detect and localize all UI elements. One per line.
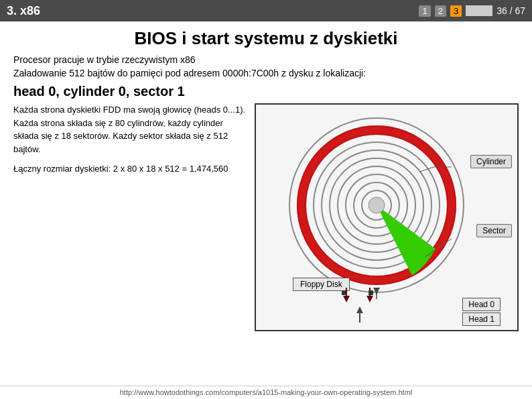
- body-text2: Łączny rozmiar dyskietki: 2 x 80 x 18 x …: [13, 162, 248, 176]
- footer-url: http://www.howtodothings.com/computers/a…: [120, 388, 413, 396]
- connector-sq1: [342, 290, 346, 295]
- header-right: 1 2 3 36 / 67: [419, 5, 525, 17]
- page-num-3[interactable]: 3: [450, 5, 462, 17]
- body-text1: Każda strona dyskietki FDD ma swoją głow…: [13, 103, 248, 156]
- heading3: head 0, cylinder 0, sector 1: [13, 84, 519, 99]
- subtitle1: Procesor pracuje w trybie rzeczywistym x…: [13, 54, 519, 65]
- header-bar: 3. x86 1 2 3 36 / 67: [0, 0, 532, 21]
- sector-label: Sector: [476, 224, 512, 237]
- svg-marker-20: [343, 296, 350, 302]
- header-title: 3. x86: [7, 4, 40, 18]
- arrow-up1: [350, 306, 370, 323]
- page-count: 36 / 67: [496, 5, 525, 16]
- footer: http://www.howtodothings.com/computers/a…: [0, 386, 532, 396]
- svg-marker-24: [356, 306, 363, 313]
- slide-content: BIOS i start systemu z dyskietki Proceso…: [0, 21, 532, 335]
- svg-marker-22: [367, 296, 373, 302]
- page-num-1[interactable]: 1: [419, 5, 430, 17]
- subtitle2: Załadowanie 512 bajtów do pamięci pod ad…: [13, 68, 519, 78]
- page-num-2[interactable]: 2: [435, 5, 446, 17]
- disk-svg: [259, 108, 501, 302]
- svg-point-11: [369, 197, 385, 213]
- disk-diagram: Cylinder Sector Floppy Disk Head 0: [255, 103, 519, 331]
- arrow-down1: [336, 288, 356, 304]
- left-text: Każda strona dyskietki FDD ma swoją głow…: [13, 103, 248, 182]
- slide-title: BIOS i start systemu z dyskietki: [13, 28, 519, 49]
- connector-sq2: [369, 290, 373, 295]
- head0-label: Head 0: [462, 298, 501, 311]
- cylinder-label: Cylinder: [470, 155, 512, 168]
- body-area: Każda strona dyskietki FDD ma swoją głow…: [13, 103, 519, 331]
- head1-label: Head 1: [462, 312, 501, 326]
